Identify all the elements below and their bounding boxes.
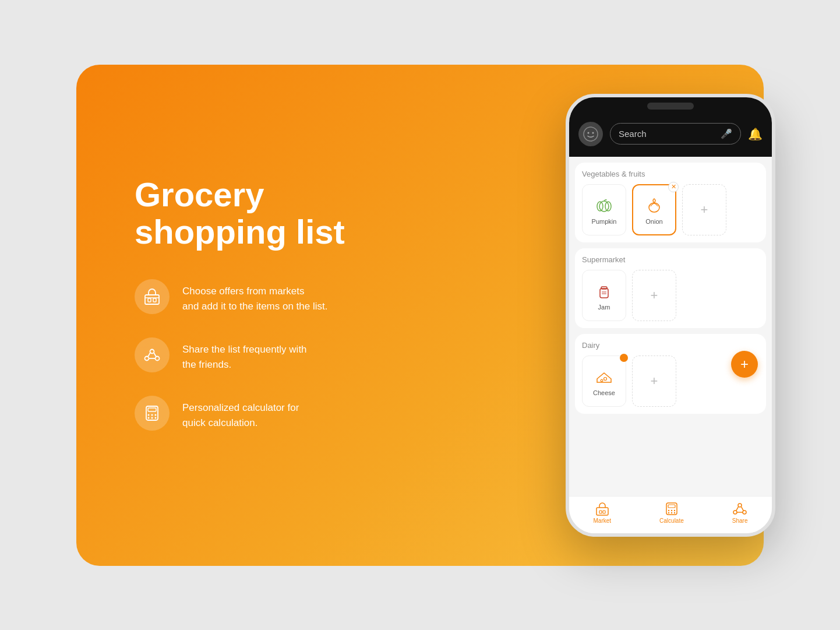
market-icon <box>143 287 161 306</box>
svg-point-18 <box>599 201 609 212</box>
item-cheese[interactable]: Cheese <box>582 356 626 407</box>
main-title: Grocery shopping list <box>135 176 379 251</box>
svg-point-4 <box>150 350 154 354</box>
feature-market-text: Choose offers from markets and add it to… <box>182 279 327 314</box>
svg-point-15 <box>584 127 598 141</box>
feature-calculator-text: Personalized calculator for quick calcul… <box>182 396 299 430</box>
item-jam[interactable]: Jam <box>582 270 626 321</box>
jam-label: Jam <box>598 304 610 311</box>
svg-point-11 <box>155 414 157 416</box>
feature-calculator: Personalized calculator for quick calcul… <box>135 396 379 431</box>
phone-section: Search 🎤 🔔 Vegetables & fruits <box>566 94 775 537</box>
svg-rect-29 <box>599 511 602 513</box>
category-supermarket-title: Supermarket <box>582 255 759 264</box>
svg-point-27 <box>601 379 603 382</box>
phone-header: Search 🎤 🔔 <box>569 115 772 157</box>
feature-market: Choose offers from markets and add it to… <box>135 279 379 314</box>
title-line2: shopping list <box>135 213 345 251</box>
fab-add-button[interactable]: + <box>731 351 758 378</box>
notification-badge-cheese <box>620 354 628 362</box>
add-supermarket-button[interactable]: + <box>632 270 676 321</box>
svg-point-39 <box>738 504 742 507</box>
category-vegetables-title: Vegetables & fruits <box>582 170 759 178</box>
svg-rect-23 <box>601 287 607 289</box>
svg-point-40 <box>733 511 737 514</box>
phone-notch-area <box>569 97 772 115</box>
remove-badge-onion[interactable]: ✕ <box>668 182 679 192</box>
svg-point-10 <box>151 414 153 416</box>
share-icon-circle <box>135 337 170 372</box>
nav-calculate-label: Calculate <box>659 518 684 524</box>
svg-point-9 <box>148 414 150 416</box>
svg-point-21 <box>649 203 659 212</box>
item-pumpkin[interactable]: Pumpkin <box>582 184 626 235</box>
fab-plus-icon: + <box>740 356 749 372</box>
svg-rect-2 <box>153 298 156 302</box>
onion-icon <box>644 195 665 216</box>
category-dairy: Dairy Cheese <box>575 334 766 414</box>
vegetables-items-row: Pumpkin ✕ Onion <box>582 184 759 235</box>
item-onion[interactable]: ✕ Onion <box>632 184 676 235</box>
svg-point-34 <box>671 509 672 511</box>
svg-point-5 <box>145 357 149 361</box>
market-icon-circle <box>135 279 170 314</box>
phone-navbar: Market Calculate <box>569 496 772 533</box>
add-dairy-button[interactable]: + <box>632 356 676 407</box>
category-vegetables: Vegetables & fruits Pumpkin <box>575 163 766 242</box>
svg-point-6 <box>156 357 160 361</box>
onion-label: Onion <box>645 218 662 225</box>
svg-rect-32 <box>668 505 675 508</box>
cheese-label: Cheese <box>593 389 615 396</box>
svg-rect-22 <box>600 288 608 298</box>
mic-icon: 🎤 <box>721 128 732 139</box>
search-bar[interactable]: Search 🎤 <box>610 123 741 145</box>
add-supermarket-icon: + <box>651 288 658 303</box>
svg-point-13 <box>151 417 153 419</box>
category-dairy-title: Dairy <box>582 341 759 350</box>
category-supermarket: Supermarket Jam <box>575 248 766 328</box>
search-placeholder: Search <box>619 129 716 139</box>
left-section: Grocery shopping list Choose offers from… <box>76 141 414 490</box>
svg-point-33 <box>668 509 669 511</box>
calculator-icon-circle <box>135 396 170 431</box>
nav-market-label: Market <box>594 518 612 524</box>
svg-point-16 <box>588 132 590 133</box>
bell-icon: 🔔 <box>748 127 763 141</box>
nav-calculate[interactable]: Calculate <box>659 501 684 524</box>
pumpkin-icon <box>594 195 615 216</box>
svg-point-26 <box>604 377 607 380</box>
add-vegetable-button[interactable]: + <box>682 184 726 235</box>
share-icon <box>143 346 161 364</box>
svg-rect-0 <box>145 295 159 304</box>
phone-content: Vegetables & fruits Pumpkin <box>569 157 772 496</box>
nav-market[interactable]: Market <box>594 501 612 524</box>
svg-point-17 <box>592 132 594 133</box>
svg-point-12 <box>148 417 150 419</box>
nav-share-label: Share <box>732 518 748 524</box>
svg-point-36 <box>668 512 669 513</box>
cheese-icon <box>594 366 615 387</box>
nav-share[interactable]: Share <box>732 501 748 524</box>
svg-point-41 <box>743 511 746 514</box>
svg-rect-1 <box>148 298 151 302</box>
feature-share: Share the list frequently with the frien… <box>135 337 379 372</box>
svg-point-37 <box>671 512 672 513</box>
pumpkin-label: Pumpkin <box>592 218 617 225</box>
svg-point-38 <box>674 512 675 513</box>
share-nav-icon <box>732 501 747 516</box>
jam-icon <box>594 280 615 301</box>
svg-rect-8 <box>148 408 156 411</box>
remove-x-icon: ✕ <box>671 183 676 191</box>
add-dairy-icon: + <box>651 374 658 389</box>
phone-mockup: Search 🎤 🔔 Vegetables & fruits <box>566 94 775 537</box>
svg-rect-30 <box>603 511 605 513</box>
add-vegetable-icon: + <box>701 202 708 217</box>
avatar <box>578 122 603 146</box>
svg-point-35 <box>674 509 675 511</box>
market-nav-icon <box>595 501 610 516</box>
calculate-nav-icon <box>664 501 679 516</box>
svg-point-14 <box>155 417 157 419</box>
feature-share-text: Share the list frequently with the frien… <box>182 337 307 372</box>
phone-notch <box>647 103 694 110</box>
main-card: Grocery shopping list Choose offers from… <box>76 65 764 566</box>
